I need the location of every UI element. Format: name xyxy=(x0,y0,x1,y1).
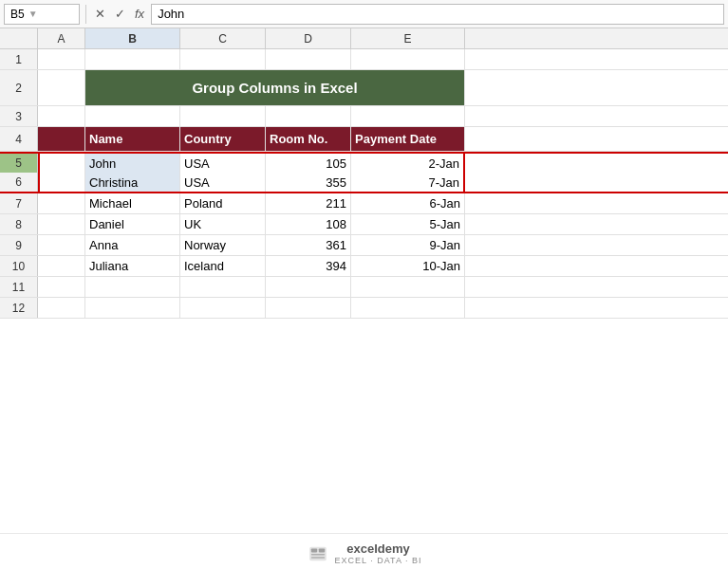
cancel-icon[interactable]: ✕ xyxy=(92,6,108,22)
cell-d10[interactable]: 394 xyxy=(266,256,351,276)
cell-b10[interactable]: Juliana xyxy=(85,256,180,276)
col-header-e[interactable]: E xyxy=(351,28,465,48)
row-header-7[interactable]: 7 xyxy=(0,193,38,213)
row-header-3[interactable]: 3 xyxy=(0,106,38,126)
formula-input[interactable] xyxy=(151,4,724,25)
cell-a8[interactable] xyxy=(38,214,85,234)
table-row: 2 Group Columns in Excel xyxy=(0,70,728,106)
cell-a9[interactable] xyxy=(38,235,85,255)
cell-reference-label: B5 xyxy=(10,8,25,21)
row-header-8[interactable]: 8 xyxy=(0,214,38,234)
cell-e3[interactable] xyxy=(351,106,465,126)
watermark-logo-icon xyxy=(307,542,329,565)
cell-e1[interactable] xyxy=(351,49,465,69)
cell-c10[interactable]: Iceland xyxy=(180,256,266,276)
cell-reference-box[interactable]: B5 ▼ xyxy=(4,4,80,25)
row-header-9[interactable]: 9 xyxy=(0,235,38,255)
excel-window: B5 ▼ ✕ ✓ fx A B C D xyxy=(0,0,728,569)
cell-d4[interactable]: Room No. xyxy=(266,127,351,151)
row-header-12[interactable]: 12 xyxy=(0,298,38,318)
table-row: 11 xyxy=(0,277,728,298)
cell-b4[interactable]: Name xyxy=(85,127,180,151)
svg-rect-1 xyxy=(310,548,316,552)
col-header-a[interactable]: A xyxy=(38,28,85,48)
formula-divider xyxy=(85,5,86,24)
cell-a1[interactable] xyxy=(38,49,85,69)
cell-c3[interactable] xyxy=(180,106,266,126)
row-header-4[interactable]: 4 xyxy=(0,127,38,151)
row-header-6[interactable]: 6 xyxy=(0,173,38,192)
watermark-brand: exceldemy xyxy=(346,541,410,556)
table-row: 1 xyxy=(0,49,728,70)
cell-e10[interactable]: 10-Jan xyxy=(351,256,465,276)
col-header-c[interactable]: C xyxy=(180,28,266,48)
table-row: 7 Michael Poland 211 6-Jan xyxy=(0,193,728,214)
table-row: 6 Christina USA 355 7-Jan xyxy=(0,173,728,193)
cell-d7[interactable]: 211 xyxy=(266,193,351,213)
cell-d9[interactable]: 361 xyxy=(266,235,351,255)
watermark-area: exceldemy EXCEL · DATA · BI xyxy=(0,533,728,569)
svg-rect-4 xyxy=(310,557,324,559)
svg-rect-2 xyxy=(318,548,324,552)
cell-e9[interactable]: 9-Jan xyxy=(351,235,465,255)
cell-a7[interactable] xyxy=(38,193,85,213)
table-row: 12 xyxy=(0,298,728,319)
watermark-text-group: exceldemy EXCEL · DATA · BI xyxy=(335,541,422,565)
cell-d3[interactable] xyxy=(266,106,351,126)
header-spacer xyxy=(0,28,38,48)
cell-b3[interactable] xyxy=(85,106,180,126)
cell-b7[interactable]: Michael xyxy=(85,193,180,213)
cell-a5[interactable] xyxy=(38,154,85,173)
row-header-2[interactable]: 2 xyxy=(0,70,38,105)
fx-icon[interactable]: fx xyxy=(132,6,147,22)
spreadsheet: A B C D E 1 xyxy=(0,28,728,569)
watermark-tagline: EXCEL · DATA · BI xyxy=(335,556,422,565)
cell-e8[interactable]: 5-Jan xyxy=(351,214,465,234)
col-header-d[interactable]: D xyxy=(266,28,351,48)
row-header-1[interactable]: 1 xyxy=(0,49,38,69)
table-row: 10 Juliana Iceland 394 10-Jan xyxy=(0,256,728,277)
svg-rect-3 xyxy=(310,554,324,556)
cell-a3[interactable] xyxy=(38,106,85,126)
table-row: 5 John USA 105 2-Jan xyxy=(0,152,728,173)
cell-e4[interactable]: Payment Date xyxy=(351,127,465,151)
table-row: 4 Name Country Room No. Payment Date xyxy=(0,127,728,152)
cell-e7[interactable]: 6-Jan xyxy=(351,193,465,213)
cell-b6[interactable]: Christina xyxy=(85,173,180,192)
row-header-5[interactable]: 5 xyxy=(0,154,38,173)
row-header-10[interactable]: 10 xyxy=(0,256,38,276)
cell-e5[interactable]: 2-Jan xyxy=(351,154,465,173)
cell-a4[interactable] xyxy=(38,127,85,151)
cell-c9[interactable]: Norway xyxy=(180,235,266,255)
cell-b1[interactable] xyxy=(85,49,180,69)
cell-c7[interactable]: Poland xyxy=(180,193,266,213)
col-header-b[interactable]: B xyxy=(85,28,180,48)
cell-a6[interactable] xyxy=(38,173,85,192)
formula-icons: ✕ ✓ fx xyxy=(92,6,147,22)
cell-c4[interactable]: Country xyxy=(180,127,266,151)
cell-c8[interactable]: UK xyxy=(180,214,266,234)
cell-c6[interactable]: USA xyxy=(180,173,266,192)
cell-a2[interactable] xyxy=(38,70,85,105)
cell-d5[interactable]: 105 xyxy=(266,154,351,173)
table-row: 8 Daniel UK 108 5-Jan xyxy=(0,214,728,235)
cell-b8[interactable]: Daniel xyxy=(85,214,180,234)
formula-bar: B5 ▼ ✕ ✓ fx xyxy=(0,0,728,28)
cell-b5[interactable]: John xyxy=(85,154,180,173)
confirm-icon[interactable]: ✓ xyxy=(112,6,128,22)
cell-c5[interactable]: USA xyxy=(180,154,266,173)
row-header-11[interactable]: 11 xyxy=(0,277,38,297)
title-cell: Group Columns in Excel xyxy=(85,70,465,105)
cell-d1[interactable] xyxy=(266,49,351,69)
grid-body: 1 2 Group Columns in Excel xyxy=(0,49,728,533)
cell-c1[interactable] xyxy=(180,49,266,69)
cell-d8[interactable]: 108 xyxy=(266,214,351,234)
table-row: 3 xyxy=(0,106,728,127)
cell-e6[interactable]: 7-Jan xyxy=(351,173,465,192)
table-row: 9 Anna Norway 361 9-Jan xyxy=(0,235,728,256)
column-headers: A B C D E xyxy=(0,28,728,49)
cell-d6[interactable]: 355 xyxy=(266,173,351,192)
cell-b9[interactable]: Anna xyxy=(85,235,180,255)
cell-a10[interactable] xyxy=(38,256,85,276)
